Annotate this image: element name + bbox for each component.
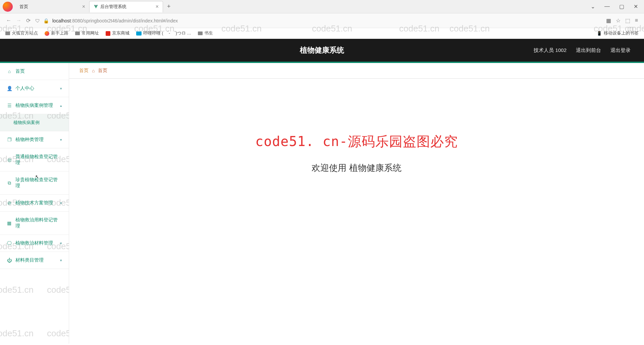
sidebar-item-material-category[interactable]: ⏻ 材料类目管理 ▾	[0, 252, 69, 269]
bookmark-item[interactable]: 京东商城	[106, 30, 129, 36]
maximize-icon[interactable]: ▢	[619, 3, 624, 10]
sidebar-item-label: 植物种类管理	[15, 137, 44, 143]
lock-icon: 🔒	[43, 18, 49, 23]
sidebar-item-profile[interactable]: 👤 个人中心 ▾	[0, 80, 69, 97]
tab-label: 首页	[19, 4, 28, 10]
menu-icon[interactable]: ≡	[635, 17, 638, 24]
address-bar[interactable]: 🛡 🔒 localhost:8080/springbootx2t46/admin…	[35, 18, 601, 23]
tab-home[interactable]: 首页 ×	[15, 1, 89, 12]
bookmark-item[interactable]: 常用网址	[75, 30, 99, 36]
chevron-down-icon: ▾	[60, 241, 62, 246]
breadcrumb: 首页 ⌂ 首页	[69, 63, 644, 79]
sidebar-item-label: 植物疾病案例	[13, 120, 40, 125]
jd-icon	[106, 31, 110, 36]
bookmark-mobile[interactable]: 📱移动设备上的书签	[597, 30, 639, 36]
home-icon: ⌂	[92, 68, 95, 73]
bookmarks-bar: 火狐官方站点 新手上路 常用网址 京东商城 哔哩哔哩 ( ゜- ゜)つロ … 书…	[0, 28, 644, 39]
list-icon: ☰	[7, 103, 12, 108]
breadcrumb-current: 首页	[98, 68, 107, 74]
crop-icon: ⧉	[7, 180, 12, 186]
sidebar-item-normal-check[interactable]: ◎ 普通植物检查登记管理	[0, 148, 69, 171]
watermark-text: code51. cn-源码乐园盗图必究	[69, 132, 644, 151]
tabs-dropdown-icon[interactable]: ⌄	[591, 3, 595, 10]
content-area: 首页 ⌂ 首页 code51. cn-源码乐园盗图必究 欢迎使用 植物健康系统	[69, 63, 644, 344]
sidebar: ⌂ 首页 👤 个人中心 ▾ ☰ 植物疾病案例管理 ▴ 植物疾病案例 ❐ 植物种类…	[0, 63, 69, 344]
sidebar-item-rescue-material[interactable]: 🖵 植物救治材料管理 ▾	[0, 235, 69, 252]
chevron-down-icon: ▾	[60, 258, 62, 263]
sidebar-item-label: 植物救治材料管理	[15, 240, 53, 246]
mobile-icon: 📱	[597, 31, 602, 36]
back-icon[interactable]: ←	[6, 17, 11, 24]
sidebar-item-label: 植物救治用料登记管理	[15, 217, 62, 229]
sidebar-item-label: 材料类目管理	[15, 257, 44, 263]
reload-icon[interactable]: ⟳	[26, 17, 31, 24]
exit-to-front-button[interactable]: 退出到前台	[576, 47, 601, 54]
sidebar-item-label: 植物技术方案管理	[15, 200, 53, 206]
monitor-icon: 🖵	[7, 240, 12, 246]
chevron-down-icon: ▾	[60, 86, 62, 91]
chevron-down-icon: ▾	[60, 138, 62, 142]
logout-button[interactable]: 退出登录	[610, 47, 631, 54]
sidebar-item-label: 珍贵植物检查登记管理	[15, 177, 62, 189]
sidebar-item-home[interactable]: ⌂ 首页	[0, 63, 69, 80]
folder-icon	[5, 31, 10, 35]
firefox-icon	[3, 2, 13, 12]
tab-admin[interactable]: 后台管理系统 ×	[89, 1, 163, 12]
close-icon[interactable]: ×	[82, 4, 85, 10]
new-tab-button[interactable]: +	[163, 3, 175, 10]
sidebar-item-label: 普通植物检查登记管理	[15, 154, 62, 166]
grid-icon: ▦	[7, 220, 12, 226]
qr-icon[interactable]: ▦	[606, 17, 611, 24]
bilibili-icon	[136, 31, 142, 36]
close-window-icon[interactable]: ✕	[634, 3, 638, 10]
copy-icon: ❐	[7, 137, 12, 142]
folder-icon	[198, 31, 203, 35]
welcome-text: 欢迎使用 植物健康系统	[69, 162, 644, 174]
folder-icon	[75, 31, 80, 35]
sidebar-item-label: 个人中心	[15, 85, 34, 91]
vue-icon	[94, 4, 98, 9]
bookmark-item[interactable]: 哔哩哔哩 ( ゜- ゜)つロ …	[136, 30, 191, 36]
sidebar-item-label: 植物疾病案例管理	[15, 102, 53, 109]
target-icon: ◎	[7, 157, 12, 162]
bookmark-item[interactable]: 新手上路	[45, 30, 68, 36]
sidebar-subitem-disease-case[interactable]: 植物疾病案例	[0, 114, 69, 131]
sidebar-item-material-register[interactable]: ▦ 植物救治用料登记管理	[0, 212, 69, 235]
extension-icon[interactable]: ⬚	[625, 17, 630, 24]
bookmark-item[interactable]: 书生	[198, 30, 213, 36]
shield-icon: 🛡	[35, 18, 40, 23]
firefox-icon	[45, 31, 49, 36]
power-icon: ⏻	[7, 258, 12, 263]
sidebar-item-label: 首页	[15, 68, 25, 74]
forward-icon[interactable]: →	[16, 17, 21, 24]
sidebar-item-technique[interactable]: ⊘ 植物技术方案管理 ▾	[0, 195, 69, 212]
user-label[interactable]: 技术人员 1002	[534, 47, 567, 54]
home-icon: ⌂	[7, 69, 12, 74]
app-title: 植物健康系统	[300, 45, 344, 55]
sidebar-item-species[interactable]: ❐ 植物种类管理 ▾	[0, 131, 69, 148]
breadcrumb-root[interactable]: 首页	[79, 68, 89, 74]
person-icon: 👤	[7, 86, 12, 91]
minimize-icon[interactable]: —	[604, 3, 610, 10]
tab-label: 后台管理系统	[100, 4, 126, 10]
sidebar-item-precious-check[interactable]: ⧉ 珍贵植物检查登记管理	[0, 171, 69, 195]
chevron-down-icon: ▾	[60, 201, 62, 205]
bookmark-star-icon[interactable]: ☆	[616, 17, 621, 24]
app-header: 植物健康系统 技术人员 1002 退出到前台 退出登录	[0, 39, 644, 63]
sidebar-item-disease-cases[interactable]: ☰ 植物疾病案例管理 ▴	[0, 97, 69, 114]
chevron-up-icon: ▴	[60, 104, 62, 108]
url-text: localhost:8080/springbootx2t46/admin/dis…	[52, 18, 178, 23]
slash-icon: ⊘	[7, 200, 12, 206]
bookmark-item[interactable]: 火狐官方站点	[5, 30, 38, 36]
close-icon[interactable]: ×	[156, 4, 159, 10]
